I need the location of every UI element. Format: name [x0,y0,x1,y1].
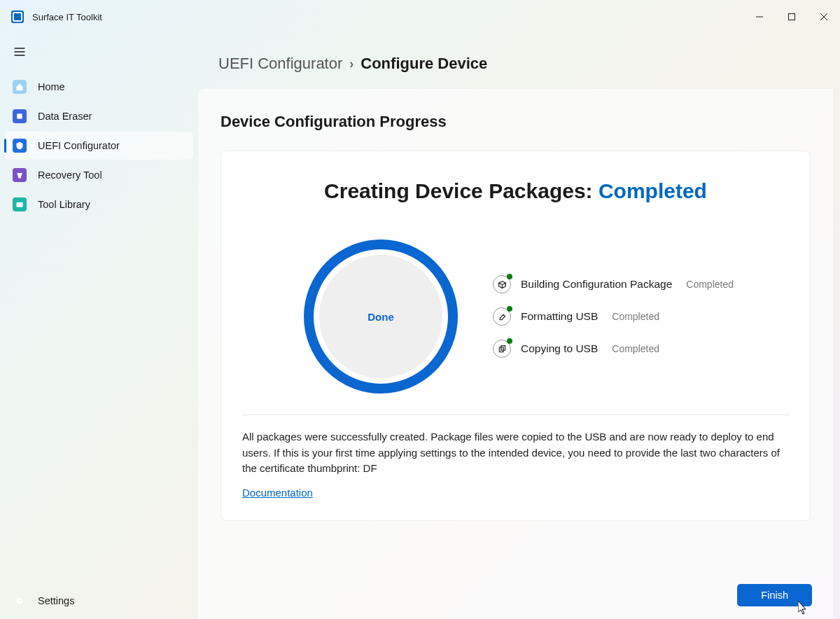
copy-icon [493,340,511,358]
footer: Finish [198,576,833,619]
finish-button[interactable]: Finish [737,584,812,606]
sidebar-item-label: UEFI Configurator [38,140,120,151]
breadcrumb-root[interactable]: UEFI Configurator [218,55,342,73]
result-text: All packages were successfully created. … [242,429,789,477]
sidebar-item-tool-library[interactable]: Tool Library [4,190,193,218]
uefi-icon [13,139,27,153]
close-button[interactable] [808,6,840,28]
gear-icon [13,594,27,608]
sidebar-item-settings[interactable]: Settings [4,587,193,615]
svg-rect-0 [789,14,795,20]
svg-rect-2 [17,202,23,207]
sidebar-item-uefi-configurator[interactable]: UEFI Configurator [4,132,193,160]
main-content: UEFI Configurator › Configure Device Dev… [197,34,840,619]
sidebar-item-label: Data Eraser [38,111,92,122]
documentation-link[interactable]: Documentation [242,487,313,499]
content-card: Device Configuration Progress Creating D… [197,88,833,619]
sidebar-item-recovery-tool[interactable]: Recovery Tool [4,161,193,189]
step-label: Building Configuration Package [521,278,672,291]
sidebar-item-home[interactable]: Home [4,73,193,101]
steps-list: Building Configuration Package Completed… [493,275,734,358]
status-title: Creating Device Packages: Completed [242,179,789,203]
step-item: Copying to USB Completed [493,340,734,358]
step-item: Formatting USB Completed [493,307,734,326]
sidebar-item-data-eraser[interactable]: Data Eraser [4,102,193,130]
divider [242,415,789,415]
progress-panel: Creating Device Packages: Completed Done [220,151,811,521]
maximize-button[interactable] [776,6,808,28]
eraser-icon [13,109,27,123]
step-status: Completed [612,311,659,322]
app-icon [11,11,24,23]
breadcrumb-current: Configure Device [360,55,487,73]
step-status: Completed [612,343,659,354]
svg-rect-1 [17,113,22,119]
title-bar: Surface IT Toolkit [0,0,840,34]
chevron-right-icon: › [349,57,354,71]
section-title: Device Configuration Progress [220,113,811,131]
sidebar-item-label: Settings [38,595,74,606]
sidebar-item-label: Tool Library [38,199,90,210]
breadcrumb: UEFI Configurator › Configure Device [197,34,833,73]
step-status: Completed [686,279,734,290]
erase-icon [493,307,511,326]
window-controls [743,6,840,28]
sidebar: Home Data Eraser UEFI Configurator Recov… [0,34,197,619]
sidebar-item-label: Recovery Tool [38,169,102,181]
status-value: Completed [598,179,707,202]
status-prefix: Creating Device Packages: [324,179,593,202]
home-icon [13,80,27,94]
step-label: Formatting USB [521,310,598,323]
progress-ring: Done [304,239,458,394]
recovery-icon [13,168,27,182]
hamburger-button[interactable] [6,39,34,64]
package-icon [493,275,511,293]
step-item: Building Configuration Package Completed [493,275,734,293]
sidebar-item-label: Home [38,81,65,92]
library-icon [13,197,27,211]
app-title: Surface IT Toolkit [32,12,102,22]
minimize-button[interactable] [743,6,776,28]
step-label: Copying to USB [521,342,598,355]
progress-ring-label: Done [319,255,442,378]
